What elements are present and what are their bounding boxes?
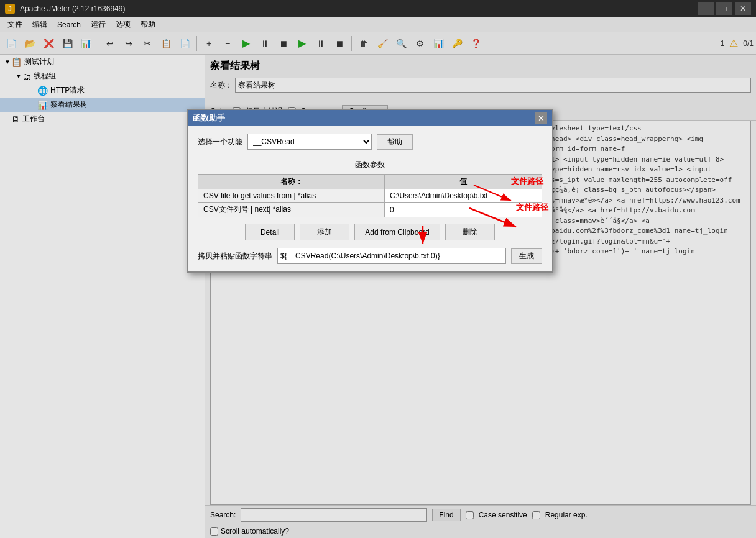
row2-value-input[interactable] xyxy=(390,206,537,214)
detail-button[interactable]: Detail xyxy=(245,224,295,240)
function-helper-dialog: 函数助手 ✕ 选择一个功能 __CSVRead 帮助 函数参数 名称： 值 xyxy=(187,109,553,273)
row1-value[interactable] xyxy=(385,189,542,203)
result-string-input[interactable] xyxy=(277,248,506,264)
dialog-body: 选择一个功能 __CSVRead 帮助 函数参数 名称： 值 C xyxy=(188,126,552,271)
table-row-1: CSV file to get values from | *alias xyxy=(198,189,542,203)
delete-button[interactable]: 删除 xyxy=(445,224,495,240)
result-string-label: 拷贝并粘贴函数字符串 xyxy=(198,251,272,262)
function-selector-row: 选择一个功能 __CSVRead 帮助 xyxy=(198,134,542,150)
action-buttons-row: Detail 添加 Add from Clipboard 删除 xyxy=(198,224,542,240)
add-button[interactable]: 添加 xyxy=(300,224,349,240)
dialog-close-button[interactable]: ✕ xyxy=(535,112,547,124)
params-table: 名称： 值 CSV file to get values from | *ali… xyxy=(198,174,542,217)
col-header-value: 值 xyxy=(385,175,542,189)
generate-button[interactable]: 生成 xyxy=(511,248,542,264)
col-header-name: 名称： xyxy=(198,175,385,189)
dialog-title: 函数助手 xyxy=(193,112,225,124)
row2-value[interactable] xyxy=(385,203,542,217)
row1-name: CSV file to get values from | *alias xyxy=(198,189,385,203)
row2-name: CSV文件列号 | next| *alias xyxy=(198,203,385,217)
row1-value-input[interactable] xyxy=(390,191,537,200)
function-select[interactable]: __CSVRead xyxy=(247,134,372,150)
table-row-2: CSV文件列号 | next| *alias xyxy=(198,203,542,217)
help-button[interactable]: 帮助 xyxy=(377,134,413,150)
params-title: 函数参数 xyxy=(198,160,542,170)
dialog-overlay: 函数助手 ✕ 选择一个功能 __CSVRead 帮助 函数参数 名称： 值 xyxy=(0,0,756,538)
dialog-title-bar: 函数助手 ✕ xyxy=(188,110,552,126)
add-from-clipboard-button[interactable]: Add from Clipboard xyxy=(354,224,440,240)
result-string-row: 拷贝并粘贴函数字符串 生成 xyxy=(198,248,542,264)
func-label: 选择一个功能 xyxy=(198,137,242,147)
